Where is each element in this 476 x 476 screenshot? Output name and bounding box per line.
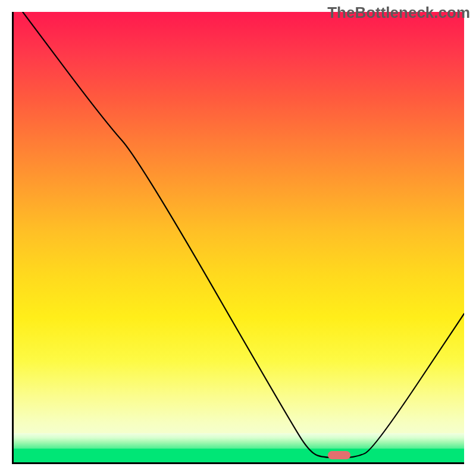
curve-svg [14,12,464,462]
plot-area [12,12,464,464]
bottleneck-curve-path [23,12,464,458]
watermark-text: TheBottleneck.com [327,4,470,22]
optimal-marker [328,451,350,459]
chart-container: TheBottleneck.com [0,0,476,476]
